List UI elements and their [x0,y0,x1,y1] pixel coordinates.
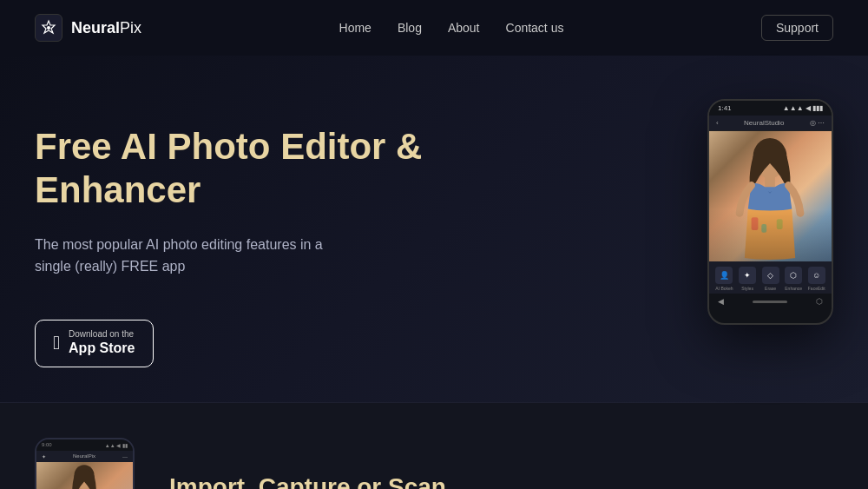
phone-app-header: ‹ NeuralStudio ◎ ⋯ [709,116,832,131]
nav-home[interactable]: Home [339,21,372,35]
app-store-text: Download on the App Store [69,329,135,358]
tool-styles[interactable]: ✦ Styles [739,267,756,291]
home-indicator [753,301,787,303]
faceedit-icon: ☺ [808,267,825,284]
second-phone-mockup: 9:00 ▲▲ ◀ ▮▮ ✦ NeuralPix ⋯ AI Bokeh ▶ [35,438,135,489]
second-woman-figure [36,462,133,489]
brand-name: NeuralPix [71,19,141,37]
tool-erase[interactable]: ◇ Erase [762,267,779,291]
phone-body: 1:41 ▲▲▲ ◀ ▮▮▮ ‹ NeuralStudio ◎ ⋯ [707,99,833,325]
faceedit-label: FaceEdit [808,286,825,291]
tool-faceedit[interactable]: ☺ FaceEdit [808,267,825,291]
svg-point-0 [47,26,50,30]
phone-back-btn: ◀ [718,297,724,306]
hero-content: Free AI Photo Editor & Enhancer The most… [35,108,451,367]
logo-svg [40,19,57,36]
tool-bokeh[interactable]: 👤 AI Bokeh [715,267,733,291]
phone-back-icon: ‹ [716,119,719,127]
second-phone-signals: ▲▲ ◀ ▮▮ [105,442,128,448]
hero-section: Free AI Photo Editor & Enhancer The most… [0,56,868,402]
phone-status-bar: 1:41 ▲▲▲ ◀ ▮▮▮ [709,101,832,116]
phone-image-overlay [709,131,832,261]
second-section-title: Import, Capture or Scan [169,473,833,489]
bokeh-label: AI Bokeh [715,286,733,291]
phone-bottom-bar: ◀ ⬡ [709,294,832,309]
navbar: NeuralPix Home Blog About Contact us Sup… [0,0,868,56]
hero-subtitle: The most popular AI photo editing featur… [35,234,330,278]
second-section-content: Import, Capture or Scan [169,473,833,489]
second-phone-status: 9:00 ▲▲ ◀ ▮▮ [36,439,133,451]
styles-icon: ✦ [739,267,756,284]
erase-label: Erase [765,286,776,291]
phone-app-name: NeuralStudio [744,119,784,127]
nav-blog[interactable]: Blog [398,21,422,35]
second-phone-header: ✦ NeuralPix ⋯ [36,451,133,462]
phone-header-icons: ◎ ⋯ [810,119,825,127]
phone-photo [709,131,832,261]
tool-enhance[interactable]: ⬡ Enhance [785,267,802,291]
hero-title: Free AI Photo Editor & Enhancer [35,125,451,213]
support-button[interactable]: Support [761,15,833,41]
nav-about[interactable]: About [448,21,480,35]
second-phone-photo: AI Bokeh ▶ [36,462,133,489]
enhance-icon: ⬡ [785,267,802,284]
second-phone-menu: ⋯ [122,453,128,459]
erase-icon: ◇ [762,267,779,284]
download-label: Download on the [69,329,135,340]
second-phone-icon: ✦ [42,453,46,459]
phone-toolbar: 👤 AI Bokeh ✦ Styles ◇ Erase ⬡ Enhance ☺ [709,261,832,294]
phone-signals: ▲▲▲ ◀ ▮▮▮ [783,104,823,112]
brand: NeuralPix [35,14,141,42]
enhance-label: Enhance [785,286,802,291]
nav-contact[interactable]: Contact us [506,21,564,35]
second-phone-time: 9:00 [42,442,52,448]
second-section: 9:00 ▲▲ ◀ ▮▮ ✦ NeuralPix ⋯ AI Bokeh ▶ Im… [0,402,868,489]
logo-icon [35,14,62,42]
second-phone-app-name: NeuralPix [73,453,95,459]
app-store-button[interactable]:  Download on the App Store [35,320,154,367]
styles-label: Styles [741,286,753,291]
apple-icon:  [53,334,60,353]
nav-links: Home Blog About Contact us [339,21,564,35]
phone-mockup: 1:41 ▲▲▲ ◀ ▮▮▮ ‹ NeuralStudio ◎ ⋯ [707,99,833,325]
phone-time: 1:41 [718,104,732,112]
app-store-label: App Store [69,340,135,358]
bokeh-icon: 👤 [715,267,733,284]
phone-forward-btn: ⬡ [816,297,823,306]
